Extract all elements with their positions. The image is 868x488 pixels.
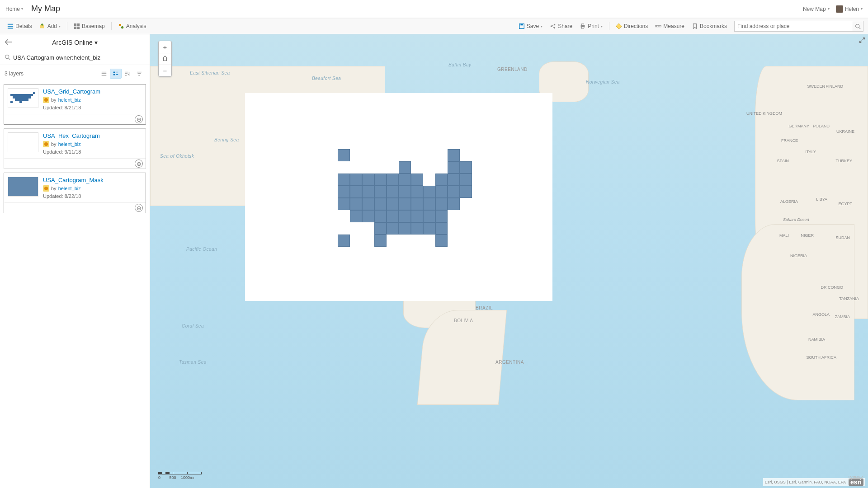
result-card[interactable]: USA_Hex_Cartogramby helent_bizUpdated: 9…	[4, 128, 146, 169]
cartogram-cell[interactable]	[350, 198, 362, 210]
measure-button[interactable]: Measure	[652, 22, 687, 31]
svg-rect-2	[8, 28, 13, 29]
filter-button[interactable]	[133, 69, 145, 79]
print-button[interactable]: Print ▾	[577, 22, 605, 31]
cartogram-cell[interactable]	[448, 198, 460, 210]
cartogram-cell[interactable]	[423, 222, 435, 235]
card-body: USA_Grid_Cartogramby helent_bizUpdated: …	[4, 84, 146, 114]
cartogram-cell[interactable]	[448, 186, 460, 198]
cartogram-cell[interactable]	[374, 186, 387, 198]
cartogram-cell[interactable]	[448, 174, 460, 186]
owner-link[interactable]: helent_biz	[58, 97, 81, 103]
cartogram-cell[interactable]	[423, 186, 435, 198]
zoom-out-button[interactable]: −	[159, 65, 171, 76]
result-thumbnail	[8, 88, 38, 108]
address-search-input[interactable]	[734, 21, 852, 32]
cartogram-cell[interactable]	[362, 198, 374, 210]
cartogram-cell[interactable]	[423, 210, 435, 222]
cartogram-cell[interactable]	[362, 174, 374, 186]
cartogram-cell[interactable]	[374, 174, 387, 186]
back-arrow-icon[interactable]	[5, 39, 13, 47]
cartogram-cell[interactable]	[435, 198, 448, 210]
default-extent-button[interactable]	[159, 53, 171, 65]
expand-map-button[interactable]	[859, 37, 865, 45]
tick	[165, 472, 169, 474]
address-search-button[interactable]	[852, 21, 863, 32]
cartogram-cell[interactable]	[411, 222, 423, 235]
bookmarks-button[interactable]: Bookmarks	[689, 22, 730, 31]
view-toggle	[98, 69, 145, 79]
cartogram-cell[interactable]	[362, 210, 374, 222]
remove-layer-button[interactable]: ⊖	[135, 115, 143, 123]
cartogram-cell[interactable]	[423, 198, 435, 210]
powered-by-label: POWERED BY	[849, 475, 863, 481]
cartogram-cell[interactable]	[387, 174, 399, 186]
cartogram-cell[interactable]	[399, 198, 411, 210]
cartogram-cell[interactable]	[411, 174, 423, 186]
result-card[interactable]: USA_Cartogram_Maskby helent_bizUpdated: …	[4, 173, 146, 213]
cartogram-cell[interactable]	[338, 174, 350, 186]
view-list-button[interactable]	[98, 69, 110, 79]
sort-button[interactable]	[122, 69, 133, 79]
result-card[interactable]: USA_Grid_Cartogramby helent_bizUpdated: …	[4, 84, 146, 125]
cartogram-cell[interactable]	[399, 222, 411, 235]
results-list: USA_Grid_Cartogramby helent_bizUpdated: …	[0, 82, 150, 488]
home-link[interactable]: Home ▾	[5, 6, 23, 12]
add-layer-button[interactable]: ⊕	[135, 160, 143, 168]
cartogram-cell[interactable]	[411, 186, 423, 198]
cartogram-cell[interactable]	[399, 210, 411, 222]
result-title[interactable]: USA_Grid_Cartogram	[43, 88, 142, 95]
cartogram-cell[interactable]	[435, 222, 448, 235]
cartogram-cell[interactable]	[338, 186, 350, 198]
cartogram-cell[interactable]	[411, 210, 423, 222]
cartogram-cell[interactable]	[338, 198, 350, 210]
cartogram-cell[interactable]	[350, 174, 362, 186]
details-button[interactable]: Details	[5, 22, 35, 31]
cartogram-cell[interactable]	[374, 222, 387, 235]
cartogram-cell[interactable]	[387, 222, 399, 235]
cartogram-cell[interactable]	[448, 149, 460, 161]
cartogram-cell[interactable]	[387, 210, 399, 222]
new-map-dropdown[interactable]: New Map ▾	[803, 6, 830, 12]
cartogram-cell[interactable]	[460, 186, 472, 198]
zoom-in-button[interactable]: +	[159, 41, 171, 53]
remove-layer-button[interactable]: ⊖	[135, 204, 143, 212]
map-canvas[interactable]: East Siberian Sea Beaufort Sea Baffin Ba…	[150, 34, 868, 488]
user-menu[interactable]: Helen ▾	[836, 5, 863, 13]
cartogram-cell[interactable]	[362, 186, 374, 198]
view-card-button[interactable]	[110, 69, 122, 79]
panel-source-dropdown[interactable]: ArcGIS Online ▾	[52, 39, 97, 46]
cartogram-cell[interactable]	[435, 174, 448, 186]
cartogram-cell[interactable]	[374, 210, 387, 222]
owner-link[interactable]: helent_biz	[58, 186, 81, 191]
analysis-button[interactable]: Analysis	[115, 22, 149, 31]
cartogram-cell[interactable]	[435, 186, 448, 198]
cartogram-cell[interactable]	[460, 161, 472, 174]
cartogram-cell[interactable]	[338, 149, 350, 161]
cartogram-cell[interactable]	[460, 174, 472, 186]
cartogram-cell[interactable]	[435, 210, 448, 222]
result-title[interactable]: USA_Cartogram_Mask	[43, 177, 142, 183]
basemap-button[interactable]: Basemap	[71, 22, 108, 31]
cartogram-cell[interactable]	[387, 198, 399, 210]
cartogram-cell[interactable]	[387, 186, 399, 198]
save-button[interactable]: Save ▾	[516, 22, 545, 31]
add-button[interactable]: Add ▾	[37, 22, 63, 31]
share-button[interactable]: Share	[547, 22, 575, 31]
cartogram-cell[interactable]	[350, 210, 362, 222]
save-label: Save	[527, 23, 539, 29]
owner-link[interactable]: helent_biz	[58, 141, 81, 147]
cartogram-cell[interactable]	[374, 235, 387, 247]
result-title[interactable]: USA_Hex_Cartogram	[43, 132, 142, 139]
cartogram-cell[interactable]	[338, 235, 350, 247]
panel-search-input[interactable]	[13, 52, 145, 63]
cartogram-cell[interactable]	[448, 161, 460, 174]
cartogram-cell[interactable]	[435, 235, 448, 247]
cartogram-cell[interactable]	[399, 161, 411, 174]
directions-button[interactable]: Directions	[613, 22, 651, 31]
cartogram-cell[interactable]	[374, 198, 387, 210]
cartogram-cell[interactable]	[399, 186, 411, 198]
cartogram-cell[interactable]	[411, 198, 423, 210]
cartogram-cell[interactable]	[350, 186, 362, 198]
cartogram-cell[interactable]	[399, 174, 411, 186]
